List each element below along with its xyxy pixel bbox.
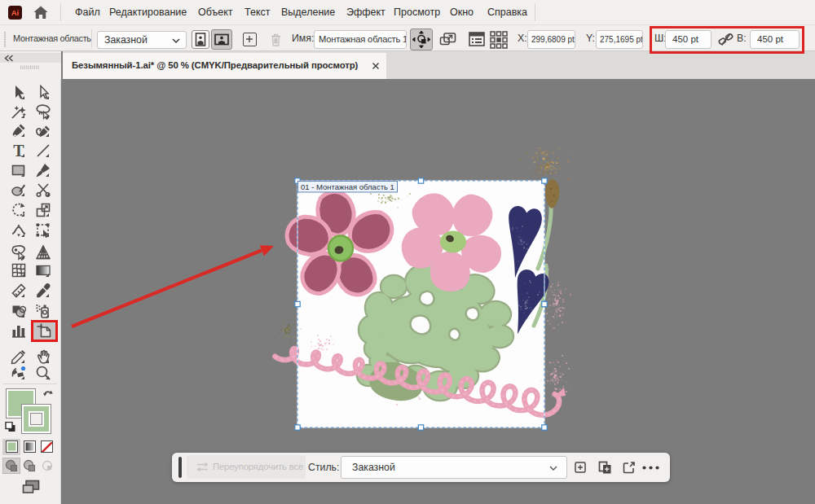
svg-text:01 - Монтажная область 1: 01 - Монтажная область 1 xyxy=(301,182,394,191)
